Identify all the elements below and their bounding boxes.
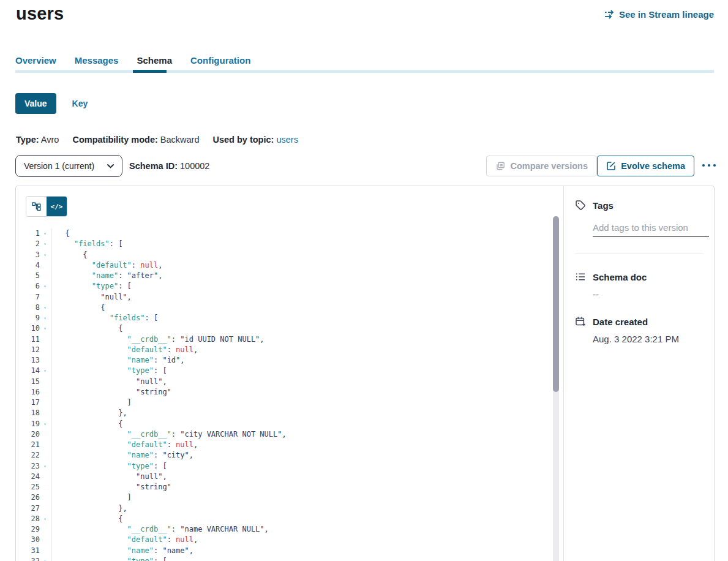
code-line: 28▾ { xyxy=(16,514,549,524)
code-line: 29 "__crdb__": "name VARCHAR NULL", xyxy=(16,524,549,535)
fold-spacer xyxy=(40,503,50,514)
value-toggle-button[interactable]: Value xyxy=(15,93,56,114)
version-dropdown[interactable]: Version 1 (current) xyxy=(15,155,122,177)
fold-spacer xyxy=(40,387,50,397)
line-number: 25 xyxy=(16,482,40,492)
line-number: 12 xyxy=(16,345,40,355)
line-number: 6 xyxy=(16,281,40,292)
schema-meta-row: Type: Avro Compatibility mode: Backward … xyxy=(16,135,298,145)
code-text: "default": null, xyxy=(51,440,549,450)
schema-doc-value: -- xyxy=(593,289,704,299)
code-line: 22 "name": "city", xyxy=(16,450,549,461)
fold-toggle-icon[interactable]: ▾ xyxy=(40,556,50,561)
add-tags-input[interactable] xyxy=(593,221,709,237)
fold-toggle-icon[interactable]: ▾ xyxy=(40,281,50,292)
fold-spacer xyxy=(40,492,50,503)
editor-view-toggle: </> xyxy=(26,196,67,217)
code-line: 11 "__crdb__": "id UUID NOT NULL", xyxy=(16,334,549,345)
fold-toggle-icon[interactable]: ▾ xyxy=(40,239,50,249)
code-line: 10▾ { xyxy=(16,323,549,334)
fold-toggle-icon[interactable]: ▾ xyxy=(40,419,50,429)
line-number: 1 xyxy=(16,228,40,239)
tab-messages[interactable]: Messages xyxy=(75,55,119,72)
code-text: "null", xyxy=(51,377,549,387)
tab-bar: Overview Messages Schema Configuration xyxy=(15,55,250,72)
line-number: 4 xyxy=(16,260,40,271)
fold-toggle-icon[interactable]: ▾ xyxy=(40,250,50,260)
date-created-value: Aug. 3 2022 3:21 PM xyxy=(593,334,704,344)
code-line: 12 "default": null, xyxy=(16,345,549,355)
topic-link[interactable]: users xyxy=(276,135,298,145)
line-number: 8 xyxy=(16,303,40,313)
tab-configuration[interactable]: Configuration xyxy=(190,55,250,72)
list-icon xyxy=(575,271,586,282)
line-number: 21 xyxy=(16,440,40,450)
tab-schema[interactable]: Schema xyxy=(137,55,172,72)
line-number: 7 xyxy=(16,292,40,303)
code-line: 14▾ "type": [ xyxy=(16,366,549,376)
evolve-schema-button[interactable]: Evolve schema xyxy=(597,156,694,176)
fold-toggle-icon[interactable]: ▾ xyxy=(40,514,50,524)
code-line: 5 "name": "after", xyxy=(16,271,549,281)
fold-toggle-icon[interactable]: ▾ xyxy=(40,313,50,323)
fold-toggle-icon[interactable]: ▾ xyxy=(40,228,50,239)
line-number: 9 xyxy=(16,313,40,323)
code-text: "string" xyxy=(51,482,549,492)
fold-spacer xyxy=(40,429,50,440)
see-in-stream-lineage-link[interactable]: See in Stream lineage xyxy=(604,9,714,20)
code-text: { xyxy=(51,303,549,313)
schema-doc-heading-label: Schema doc xyxy=(593,272,647,282)
fold-toggle-icon[interactable]: ▾ xyxy=(40,366,50,376)
line-number: 20 xyxy=(16,429,40,440)
fold-spacer xyxy=(40,408,50,418)
code-line: 26 ] xyxy=(16,492,549,503)
code-line: 16 "string" xyxy=(16,387,549,397)
code-line: 4 "default": null, xyxy=(16,260,549,271)
fold-spacer xyxy=(40,450,50,461)
code-text: "fields": [ xyxy=(51,239,549,249)
fold-spacer xyxy=(40,397,50,408)
code-text: "type": [ xyxy=(51,281,549,292)
code-line: 1▾ { xyxy=(16,228,549,239)
key-toggle-button[interactable]: Key xyxy=(72,99,88,108)
evolve-schema-label: Evolve schema xyxy=(621,161,685,171)
compare-versions-icon xyxy=(495,161,505,171)
calendar-plus-icon xyxy=(575,316,586,327)
code-line: 13 "name": "id", xyxy=(16,355,549,366)
fold-spacer xyxy=(40,535,50,545)
more-actions-button[interactable] xyxy=(700,159,718,171)
code-text: }, xyxy=(51,503,549,514)
code-text: ] xyxy=(51,492,549,503)
compare-versions-label: Compare versions xyxy=(510,161,588,171)
tree-view-button[interactable] xyxy=(26,197,47,216)
code-text: "name": "name", xyxy=(51,546,549,556)
schema-panel: </> 1▾ {2▾ "fields": [3▾ {4 "default": n… xyxy=(15,186,715,561)
code-scrollbar-thumb[interactable] xyxy=(553,216,559,392)
fold-toggle-icon[interactable]: ▾ xyxy=(40,461,50,472)
code-lines: 1▾ {2▾ "fields": [3▾ {4 "default": null,… xyxy=(16,228,549,561)
code-line: 2▾ "fields": [ xyxy=(16,239,549,249)
code-text: "__crdb__": "id UUID NOT NULL", xyxy=(51,334,549,345)
code-view-button[interactable]: </> xyxy=(47,197,67,216)
code-text: { xyxy=(51,228,549,239)
line-number: 15 xyxy=(16,377,40,387)
line-number: 11 xyxy=(16,334,40,345)
line-number: 26 xyxy=(16,492,40,503)
fold-toggle-icon[interactable]: ▾ xyxy=(40,323,50,334)
code-text: "null", xyxy=(51,472,549,482)
fold-spacer xyxy=(40,345,50,355)
code-line: 18 }, xyxy=(16,408,549,418)
tree-view-icon xyxy=(32,202,41,211)
code-line: 7 "null", xyxy=(16,292,549,303)
code-scrollbar-track[interactable] xyxy=(553,216,559,561)
used-by-topic-field: Used by topic: users xyxy=(212,135,298,145)
compare-versions-button[interactable]: Compare versions xyxy=(486,156,597,176)
sidebar-divider xyxy=(575,254,704,254)
date-created-heading-label: Date created xyxy=(593,317,648,327)
value-key-toggle: Value Key xyxy=(15,93,88,114)
tab-overview[interactable]: Overview xyxy=(15,55,56,72)
fold-toggle-icon[interactable]: ▾ xyxy=(40,303,50,313)
tag-icon xyxy=(575,200,586,211)
line-number: 23 xyxy=(16,461,40,472)
code-line: 9▾ "fields": [ xyxy=(16,313,549,323)
